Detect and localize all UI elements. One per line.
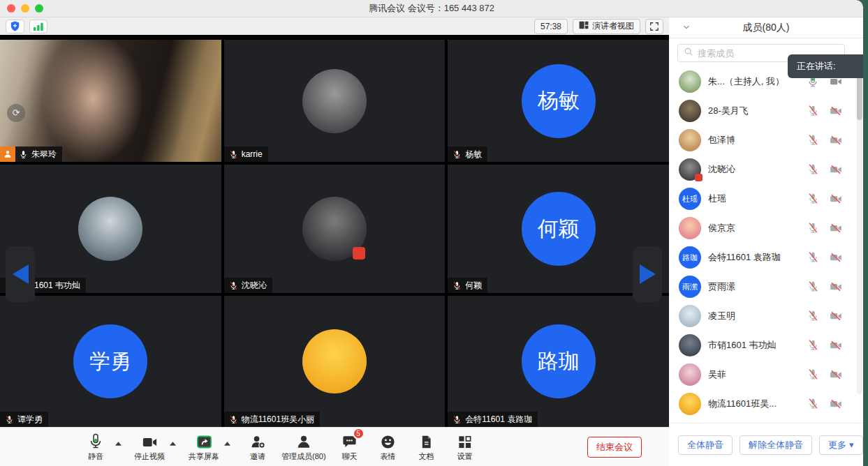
member-row[interactable]: 侯京京 bbox=[669, 213, 863, 243]
toolbar-emoji-button[interactable]: 表情 bbox=[374, 433, 403, 462]
camera-muted-icon[interactable] bbox=[830, 163, 842, 176]
member-row[interactable]: 杜瑶杜瑶 bbox=[669, 184, 863, 213]
toolbar-docs-button[interactable]: 文档 bbox=[412, 433, 441, 462]
close-window-button[interactable] bbox=[7, 4, 15, 13]
mic-on-icon bbox=[19, 150, 28, 159]
mic-muted-icon[interactable] bbox=[807, 222, 819, 234]
video-tile[interactable]: 学勇谭学勇 bbox=[0, 296, 221, 427]
search-icon bbox=[684, 47, 693, 59]
chevron-down-icon[interactable] bbox=[682, 22, 691, 33]
titlebar: 腾讯会议 会议号：165 443 872 bbox=[0, 0, 863, 17]
fullscreen-button[interactable] bbox=[645, 19, 663, 34]
member-row[interactable]: 沈晓沁 bbox=[669, 155, 863, 184]
tile-participant-name: 朱翠玲 bbox=[31, 149, 57, 160]
camera-muted-icon[interactable] bbox=[830, 134, 842, 146]
tile-name-label: 谭学勇 bbox=[0, 412, 48, 427]
toolbar-share-screen-caret[interactable] bbox=[223, 436, 232, 449]
now-speaking-tooltip: 正在讲话: bbox=[788, 54, 863, 78]
member-avatar bbox=[679, 334, 701, 356]
tile-name-label: 杨敏 bbox=[448, 146, 487, 162]
members-scrollbar[interactable] bbox=[857, 69, 862, 394]
previous-page-arrow-button[interactable] bbox=[6, 246, 35, 302]
mute-all-button[interactable]: 全体静音 bbox=[678, 435, 733, 455]
camera-muted-icon[interactable] bbox=[830, 193, 842, 205]
member-avatar bbox=[679, 158, 701, 181]
video-tile[interactable]: karrie bbox=[224, 40, 446, 162]
more-button[interactable]: 更多▾ bbox=[819, 435, 863, 455]
speaker-view-label: 演讲者视图 bbox=[592, 20, 634, 32]
minimize-window-button[interactable] bbox=[21, 4, 29, 13]
camera-muted-icon[interactable] bbox=[830, 368, 842, 381]
mic-muted-icon[interactable] bbox=[807, 134, 819, 146]
toolbar-settings-button[interactable]: 设置 bbox=[450, 433, 480, 462]
camera-muted-icon[interactable] bbox=[830, 105, 842, 117]
flip-camera-icon[interactable]: ⟳ bbox=[7, 104, 25, 122]
member-row[interactable]: 雨潆贾雨潆 bbox=[669, 272, 863, 301]
video-tile[interactable]: 沈晓沁 bbox=[224, 165, 446, 293]
member-name: 物流11601班吴... bbox=[708, 398, 800, 410]
mic-muted-icon[interactable] bbox=[807, 310, 819, 322]
speaker-view-button[interactable]: 演讲者视图 bbox=[573, 19, 640, 34]
video-tile[interactable]: ⟳朱翠玲 bbox=[0, 40, 221, 162]
video-tile[interactable]: 杨敏杨敏 bbox=[448, 40, 669, 162]
meeting-security-shield-icon[interactable] bbox=[6, 20, 24, 33]
window-title: 腾讯会议 会议号：165 443 872 bbox=[0, 0, 863, 17]
toolbar-share-screen-button[interactable]: 共享屏幕 bbox=[189, 433, 219, 462]
mic-muted-icon bbox=[229, 281, 238, 290]
mic-muted-icon[interactable] bbox=[807, 251, 819, 264]
caret-down-icon: ▾ bbox=[849, 439, 854, 450]
network-signal-icon[interactable] bbox=[29, 20, 47, 33]
toolbar-mute-caret[interactable] bbox=[114, 436, 123, 449]
emoji-icon bbox=[380, 433, 396, 450]
camera-muted-icon[interactable] bbox=[830, 339, 842, 352]
camera-muted-icon[interactable] bbox=[830, 251, 842, 264]
mic-muted-icon[interactable] bbox=[807, 339, 819, 352]
members-sidebar: 成员(80人) 朱...（主持人, 我）28-吴月飞包泽博沈晓沁杜瑶杜瑶侯京京路… bbox=[669, 17, 863, 466]
member-row[interactable]: 凌玉明 bbox=[669, 301, 863, 331]
toolbar-manage-members-button[interactable]: 管理成员(80) bbox=[281, 433, 326, 462]
member-row[interactable]: 市销1601 韦功灿 bbox=[669, 331, 863, 360]
mic-muted-icon[interactable] bbox=[807, 398, 819, 410]
member-avatar: 杜瑶 bbox=[679, 188, 701, 210]
member-row[interactable]: 28-吴月飞 bbox=[669, 96, 863, 126]
next-page-arrow-button[interactable] bbox=[633, 246, 662, 302]
mic-muted-icon[interactable] bbox=[807, 280, 819, 293]
unmute-all-button[interactable]: 解除全体静音 bbox=[740, 435, 812, 455]
video-stage: ⟳朱翠玲karrie杨敏杨敏市销1601 韦功灿沈晓沁何颖何颖学勇谭学勇物流11… bbox=[0, 35, 669, 427]
zoom-window-button[interactable] bbox=[35, 4, 43, 13]
mic-muted-icon[interactable] bbox=[807, 105, 819, 117]
avatar-text: 路珈 bbox=[682, 253, 698, 263]
video-tile[interactable]: 路珈会特11601 袁路珈 bbox=[448, 296, 669, 427]
member-row[interactable]: 吴菲 bbox=[669, 360, 863, 389]
video-tile[interactable]: 物流11601班吴小丽 bbox=[224, 296, 446, 427]
member-row[interactable]: 路珈会特11601 袁路珈 bbox=[669, 243, 863, 272]
toolbar-chat-button[interactable]: 聊天5 bbox=[335, 433, 365, 462]
camera-muted-icon[interactable] bbox=[830, 310, 842, 322]
camera-muted-icon[interactable] bbox=[830, 222, 842, 234]
member-name: 朱...（主持人, 我） bbox=[708, 75, 800, 88]
toolbar-invite-button[interactable]: 邀请 bbox=[243, 433, 272, 462]
members-list: 朱...（主持人, 我）28-吴月飞包泽博沈晓沁杜瑶杜瑶侯京京路珈会特11601… bbox=[669, 66, 863, 423]
camera-muted-icon[interactable] bbox=[830, 398, 842, 410]
camera-muted-icon[interactable] bbox=[830, 280, 842, 293]
members-panel-title: 成员(80人) bbox=[743, 22, 790, 34]
tile-participant-name: 会特11601 袁路珈 bbox=[465, 414, 532, 426]
toolbar-stop-video-button[interactable]: 停止视频 bbox=[134, 433, 165, 462]
toolbar-stop-video-caret[interactable] bbox=[168, 436, 177, 449]
member-row[interactable]: 物流11601班吴... bbox=[669, 389, 863, 419]
mic-muted-icon[interactable] bbox=[807, 193, 819, 205]
toolbar-mute-button[interactable]: 静音 bbox=[81, 433, 110, 462]
member-name: 凌玉明 bbox=[708, 310, 800, 322]
tile-name-label: 何颖 bbox=[448, 278, 487, 293]
mic-muted-icon[interactable] bbox=[807, 163, 819, 176]
member-name: 贾雨潆 bbox=[708, 280, 800, 293]
flag-badge-icon bbox=[353, 247, 365, 260]
mic-muted-icon bbox=[229, 150, 238, 159]
member-controls bbox=[807, 398, 842, 410]
end-meeting-button[interactable]: 结束会议 bbox=[587, 437, 642, 458]
participant-avatar bbox=[302, 197, 367, 261]
member-row[interactable]: 包泽博 bbox=[669, 126, 863, 155]
arrow-right-icon bbox=[640, 264, 656, 284]
mic-muted-icon[interactable] bbox=[807, 368, 819, 381]
member-name: 吴菲 bbox=[708, 368, 800, 381]
